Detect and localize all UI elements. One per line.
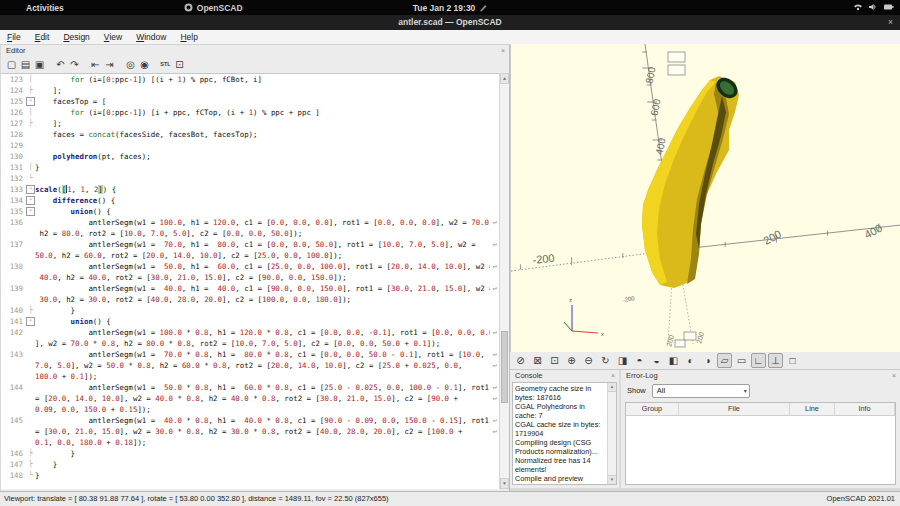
redo-icon[interactable]: ↷ <box>68 58 81 71</box>
reset-view-icon[interactable]: ↻ <box>598 353 613 368</box>
view-preview-icon[interactable]: ⊘ <box>513 353 528 368</box>
code-line[interactable]: 50.0, h2 = 60.0, rot2 = [20.0, 14.0, 10.… <box>1 250 499 261</box>
scrollbar-thumb[interactable] <box>501 331 508 403</box>
code-line[interactable]: 139 antlerSegm(w1 = 40.0, h1 = 40.0, c1 … <box>1 283 499 294</box>
open-icon[interactable]: ▤ <box>19 58 32 71</box>
code-line[interactable]: 140├ } <box>1 305 499 316</box>
console-scrollbar[interactable]: ▲ ▼ <box>607 383 616 484</box>
view-bottom-icon[interactable]: ◒ <box>649 353 664 368</box>
error-log-column-info[interactable]: Info <box>835 403 895 415</box>
view-all-icon[interactable]: □ <box>785 353 800 368</box>
fold-toggle-icon[interactable]: - <box>26 316 35 327</box>
view-left-icon[interactable]: ◧ <box>666 353 681 368</box>
view-back-icon[interactable]: ◑ <box>700 353 715 368</box>
code-line[interactable]: = [30.0, 21.0, 15.0], w2 = 30.0 * 0.8, h… <box>1 426 499 437</box>
code-line[interactable]: 144 antlerSegm(w1 = 50.0 * 0.8, h1 = 60.… <box>1 382 499 393</box>
code-line[interactable]: 132└ <box>1 173 499 184</box>
show-scale-markers-icon[interactable]: ⊥ <box>768 353 783 368</box>
scroll-down-icon[interactable]: ▼ <box>500 478 509 489</box>
error-log-column-file[interactable]: File <box>679 403 790 415</box>
render-icon[interactable]: ◉ <box>138 58 151 71</box>
new-file-icon[interactable]: ▢ <box>5 58 18 71</box>
menu-item-help[interactable]: Help <box>173 32 204 42</box>
focused-app-menu[interactable]: OpenSCAD <box>184 3 243 13</box>
code-line[interactable]: 137 antlerSegm(w1 = 70.0, h1 = 80.0, c1 … <box>1 239 499 250</box>
viewport-3d[interactable]: -200 200 400 800 600 400 200 200 -200 <box>510 44 900 353</box>
code-line[interactable]: = [20.0, 14.0, 10.0], w2 = 40.0 * 0.8, h… <box>1 393 499 404</box>
menu-item-view[interactable]: View <box>97 32 129 42</box>
print-icon[interactable]: ⊡ <box>173 58 186 71</box>
undo-icon[interactable]: ↶ <box>54 58 67 71</box>
code-line[interactable]: 100.0 + 0.1]); <box>1 371 499 382</box>
code-editor[interactable]: 123│ for (i=[0:ppc-1]) [(i + 1) % ppc, f… <box>1 73 499 489</box>
code-line[interactable]: 0.1, 0.0, 180.0 + 0.18]); <box>1 437 499 448</box>
error-log-column-group[interactable]: Group <box>626 403 679 415</box>
preview-icon[interactable]: ◎ <box>124 58 137 71</box>
console-scroll-down-icon[interactable]: ▼ <box>608 475 616 484</box>
code-line[interactable]: 135- union() { <box>1 206 499 217</box>
fold-toggle-icon[interactable]: - <box>26 206 35 217</box>
code-line[interactable]: 30.0, h2 = 30.0, rot2 = [40.0, 28.0, 20.… <box>1 294 499 305</box>
editor-scrollbar[interactable]: ▲ ▼ <box>499 73 509 489</box>
code-line[interactable]: 124├ ]; <box>1 85 499 96</box>
fold-toggle-icon[interactable]: - <box>26 184 35 195</box>
code-line[interactable]: 123│ for (i=[0:ppc-1]) [(i + 1) % ppc, f… <box>1 74 499 85</box>
editor-close-icon[interactable]: × <box>501 45 505 56</box>
perspective-icon[interactable]: ▱ <box>717 353 732 368</box>
code-line[interactable]: 129 <box>1 140 499 151</box>
error-log-close-icon[interactable]: × <box>892 370 896 381</box>
unindent-icon[interactable]: ⇤ <box>89 58 102 71</box>
system-indicators[interactable] <box>853 2 894 12</box>
show-axes-icon[interactable]: ∟ <box>751 353 766 368</box>
code-line[interactable]: 7.0, 5.0], w2 = 50.0 * 0.8, h2 = 60.0 * … <box>1 360 499 371</box>
code-line[interactable]: 0.09, 0.0, 150.0 + 0.15]); <box>1 404 499 415</box>
zoom-all-icon[interactable]: ⊡ <box>547 353 562 368</box>
view-front-icon[interactable]: ◐ <box>683 353 698 368</box>
menu-item-edit[interactable]: Edit <box>28 32 57 42</box>
code-line[interactable]: 141- union() { <box>1 316 499 327</box>
zoom-out-icon[interactable]: ⊖ <box>581 353 596 368</box>
code-line[interactable]: 142 antlerSegm(w1 = 100.0 * 0.8, h1 = 12… <box>1 327 499 338</box>
view-top-icon[interactable]: ◓ <box>632 353 647 368</box>
menu-item-window[interactable]: Window <box>129 32 173 42</box>
fold-toggle-icon[interactable]: - <box>26 96 35 107</box>
code-line[interactable]: 136 antlerSegm(w1 = 100.0, h1 = 120.0, c… <box>1 217 499 228</box>
view-right-icon[interactable]: ◨ <box>615 353 630 368</box>
code-line[interactable]: 147├ } <box>1 459 499 470</box>
orthogonal-icon[interactable]: ▭ <box>734 353 749 368</box>
menu-item-design[interactable]: Design <box>56 32 96 42</box>
activities-button[interactable]: Activities <box>26 3 64 13</box>
code-line[interactable]: 40.0, h2 = 40.0, rot2 = [30.0, 21.0, 15.… <box>1 272 499 283</box>
code-line[interactable]: 131│} <box>1 162 499 173</box>
save-icon[interactable]: ▣ <box>33 58 46 71</box>
clock[interactable]: Tue Jan 2 19:30 <box>380 3 520 13</box>
console-scroll-up-icon[interactable]: ▲ <box>608 383 616 392</box>
code-line[interactable]: h2 = 80.0, rot2 = [10.0, 7.0, 5.0], c2 =… <box>1 228 499 239</box>
code-line[interactable]: 127├ ]; <box>1 118 499 129</box>
code-line[interactable]: 130 polyhedron(pt, faces); <box>1 151 499 162</box>
code-line[interactable]: 126│ for (i=[0:ppc-1]) [i + ppc, fCTop, … <box>1 107 499 118</box>
code-line[interactable]: ], w2 = 70.0 * 0.8, h2 = 80.0 * 0.8, rot… <box>1 338 499 349</box>
zoom-in-icon[interactable]: ⊕ <box>564 353 579 368</box>
code-line[interactable]: 146├ } <box>1 448 499 459</box>
code-line[interactable]: 125- facesTop = [ <box>1 96 499 107</box>
code-line[interactable]: 128 faces = concat(facesSide, facesBot, … <box>1 129 499 140</box>
code-line[interactable]: 133-scale([1, 1, 2]) { <box>1 184 499 195</box>
console-output[interactable]: Geometry cache size in bytes: 187616CGAL… <box>512 382 617 485</box>
window-close-button[interactable]: × <box>888 15 893 30</box>
error-log-column-line[interactable]: Line <box>790 403 835 415</box>
fold-toggle-icon[interactable]: - <box>26 195 35 206</box>
code-line[interactable]: 148└} <box>1 470 499 481</box>
code-line[interactable]: 143 antlerSegm(w1 = 70.0 * 0.8, h1 = 80.… <box>1 349 499 360</box>
code-line[interactable]: 145 antlerSegm(w1 = 40.0 * 0.8, h1 = 40.… <box>1 415 499 426</box>
console-close-icon[interactable]: × <box>611 370 615 381</box>
menu-item-file[interactable]: File <box>0 32 28 42</box>
code-line[interactable]: 134- difference() { <box>1 195 499 206</box>
error-filter-dropdown[interactable]: All ▾ <box>652 384 750 398</box>
view-render-icon[interactable]: ⊠ <box>530 353 545 368</box>
scroll-up-icon[interactable]: ▲ <box>500 73 509 84</box>
code-line[interactable]: 138 antlerSegm(w1 = 50.0, h1 = 60.0, c1 … <box>1 261 499 272</box>
indent-icon[interactable]: ⇥ <box>103 58 116 71</box>
window-title-bar[interactable]: antler.scad — OpenSCAD × <box>0 15 900 30</box>
export-stl-icon[interactable]: STL <box>159 58 172 71</box>
